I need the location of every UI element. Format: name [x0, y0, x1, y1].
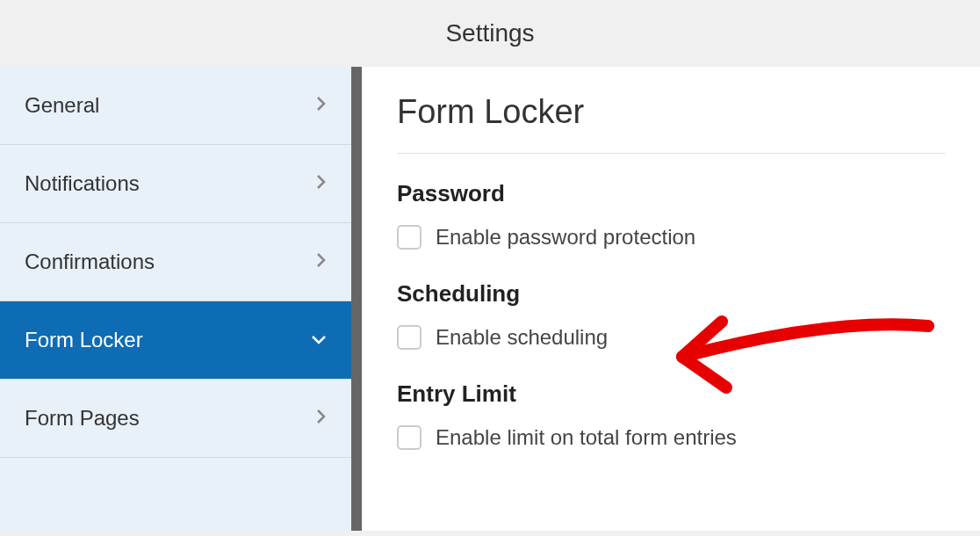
password-checkbox-row: Enable password protection	[397, 225, 945, 250]
header-title: Settings	[445, 19, 534, 47]
sidebar-item-label: Form Pages	[25, 406, 140, 431]
enable-password-checkbox[interactable]	[397, 225, 422, 250]
sidebar-item-form-pages[interactable]: Form Pages	[0, 380, 351, 458]
scheduling-checkbox-row: Enable scheduling	[397, 325, 945, 350]
enable-entry-limit-checkbox[interactable]	[397, 425, 422, 450]
sidebar-item-label: Form Locker	[25, 328, 143, 352]
page-title: Form Locker	[397, 93, 945, 131]
chevron-right-icon	[316, 174, 327, 194]
enable-scheduling-checkbox[interactable]	[397, 325, 422, 350]
settings-content: Form Locker Password Enable password pro…	[362, 67, 980, 531]
scheduling-heading: Scheduling	[397, 280, 945, 308]
sidebar-item-label: General	[25, 93, 99, 118]
panel-divider	[351, 67, 362, 531]
password-checkbox-label: Enable password protection	[436, 225, 695, 250]
entry-limit-checkbox-row: Enable limit on total form entries	[397, 425, 945, 450]
chevron-right-icon	[316, 252, 327, 272]
entry-limit-checkbox-label: Enable limit on total form entries	[436, 425, 737, 450]
chevron-right-icon	[316, 96, 327, 116]
password-heading: Password	[397, 180, 945, 207]
scheduling-checkbox-label: Enable scheduling	[436, 325, 608, 350]
main-container: General Notifications Confirmations Form…	[0, 67, 980, 531]
entry-limit-heading: Entry Limit	[397, 380, 945, 408]
title-divider	[397, 153, 945, 154]
sidebar-item-confirmations[interactable]: Confirmations	[0, 223, 351, 301]
sidebar-item-notifications[interactable]: Notifications	[0, 145, 351, 223]
chevron-right-icon	[316, 409, 327, 429]
chevron-down-icon	[311, 331, 327, 350]
settings-sidebar: General Notifications Confirmations Form…	[0, 67, 351, 531]
settings-header: Settings	[0, 0, 980, 67]
sidebar-item-form-locker[interactable]: Form Locker	[0, 301, 351, 380]
sidebar-item-general[interactable]: General	[0, 67, 351, 145]
sidebar-item-label: Notifications	[25, 171, 140, 196]
sidebar-item-label: Confirmations	[25, 250, 155, 274]
